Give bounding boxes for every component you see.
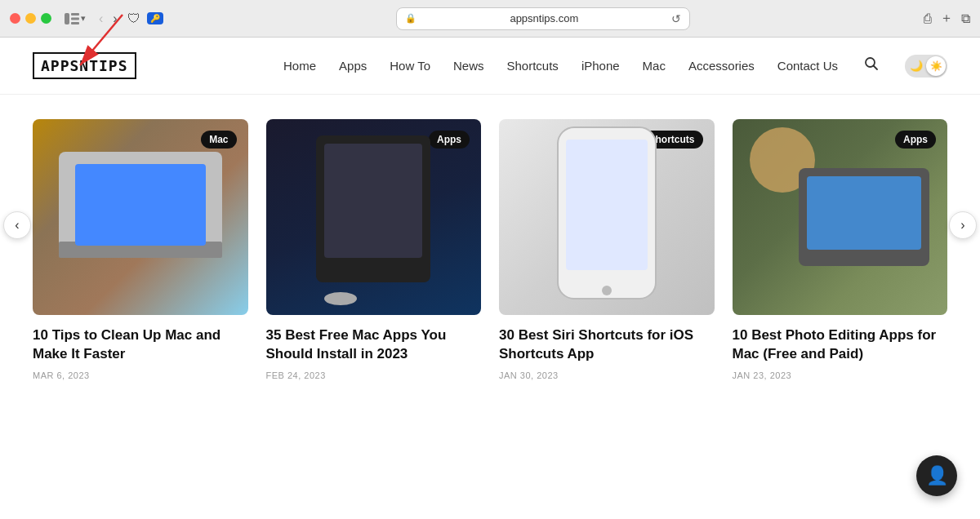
card-1[interactable]: Mac 10 Tips to Clean Up Mac and Make It … (33, 119, 248, 380)
carousel-prev-button[interactable]: ‹ (3, 211, 31, 239)
shield-extension-icon[interactable]: 🛡 (127, 11, 140, 26)
nav-item-shortcuts[interactable]: Shortcuts (507, 59, 559, 73)
site-nav: Home Apps How To News Shortcuts iPhone M… (283, 55, 947, 78)
url-text: appsntips.com (421, 12, 666, 24)
card-2-image: Apps (266, 119, 482, 315)
svg-line-7 (874, 66, 878, 70)
nav-item-accessories[interactable]: Accessories (688, 59, 755, 73)
browser-nav-arrows: ‹ › (96, 10, 121, 28)
support-chat-button[interactable]: 👤 (916, 455, 957, 496)
carousel-next-button[interactable]: › (949, 211, 977, 239)
nav-item-apps[interactable]: Apps (339, 59, 367, 73)
cards-row: Mac 10 Tips to Clean Up Mac and Make It … (33, 119, 947, 380)
card-3-date: Jan 30, 2023 (499, 370, 715, 380)
card-1-date: Mar 6, 2023 (33, 370, 248, 380)
bitwarden-extension-icon[interactable]: 🔑 (147, 12, 163, 24)
card-3-image: Shortcuts (499, 119, 715, 315)
minimize-button[interactable] (25, 13, 36, 24)
card-4-title: 10 Best Photo Editing Apps for Mac (Free… (733, 326, 948, 364)
new-tab-button[interactable]: ＋ (940, 10, 953, 27)
browser-chrome: ▾ ‹ › 🛡 🔑 🔒 appsntips.com ↺ ⎙ ＋ ⧉ (0, 0, 980, 38)
address-bar-container: 🔒 appsntips.com ↺ (170, 7, 917, 30)
card-4-date: Jan 23, 2023 (733, 370, 948, 380)
card-1-title: 10 Tips to Clean Up Mac and Make It Fast… (33, 326, 248, 364)
card-3-badge: Shortcuts (640, 131, 702, 149)
dark-mode-toggle[interactable]: 🌙 ☀️ (905, 55, 947, 78)
nav-item-news[interactable]: News (453, 59, 484, 73)
card-4-badge: Apps (895, 131, 936, 149)
card-4[interactable]: Apps 10 Best Photo Editing Apps for Mac … (733, 119, 948, 380)
close-button[interactable] (10, 13, 20, 24)
reload-button[interactable]: ↺ (671, 12, 681, 25)
sidebar-toggle-button[interactable]: ▾ (65, 13, 86, 24)
card-4-image: Apps (733, 119, 948, 315)
address-bar[interactable]: 🔒 appsntips.com ↺ (396, 7, 690, 30)
nav-item-contact[interactable]: Contact Us (777, 59, 838, 73)
share-button[interactable]: ⎙ (924, 11, 932, 26)
browser-actions: ⎙ ＋ ⧉ (924, 10, 970, 27)
moon-icon: 🌙 (910, 60, 923, 72)
forward-button[interactable]: › (109, 10, 120, 28)
card-2[interactable]: Apps 35 Best Free Mac Apps You Should In… (266, 119, 482, 380)
nav-item-iphone[interactable]: iPhone (581, 59, 620, 73)
card-3-title: 30 Best Siri Shortcuts for iOS Shortcuts… (499, 326, 715, 364)
maximize-button[interactable] (41, 13, 51, 24)
search-button[interactable] (864, 56, 879, 75)
card-2-badge: Apps (429, 131, 470, 149)
traffic-lights (10, 13, 51, 24)
svg-rect-3 (71, 22, 79, 24)
card-3[interactable]: Shortcuts 30 Best Siri Shortcuts for iOS… (499, 119, 715, 380)
person-icon: 👤 (926, 465, 948, 486)
nav-item-home[interactable]: Home (283, 59, 316, 73)
lock-icon: 🔒 (405, 13, 416, 24)
back-button[interactable]: ‹ (96, 10, 106, 28)
website-content: appsntips Home Apps How To News Shortcut… (0, 38, 980, 519)
tab-overview-button[interactable]: ⧉ (961, 11, 970, 26)
svg-rect-0 (65, 13, 69, 24)
card-1-badge: Mac (201, 131, 236, 149)
svg-rect-1 (71, 13, 79, 16)
nav-item-how-to[interactable]: How To (390, 59, 430, 73)
card-2-date: Feb 24, 2023 (266, 370, 482, 380)
cards-section: ‹ Mac 10 Tips to Clean Up Mac and Make I… (0, 95, 980, 405)
nav-item-mac[interactable]: Mac (643, 59, 666, 73)
card-1-image: Mac (33, 119, 248, 315)
site-header: appsntips Home Apps How To News Shortcut… (0, 38, 980, 95)
toggle-knob: ☀️ (926, 56, 946, 76)
svg-rect-2 (71, 17, 79, 20)
card-2-title: 35 Best Free Mac Apps You Should Install… (266, 326, 482, 364)
site-logo[interactable]: appsntips (33, 52, 136, 79)
